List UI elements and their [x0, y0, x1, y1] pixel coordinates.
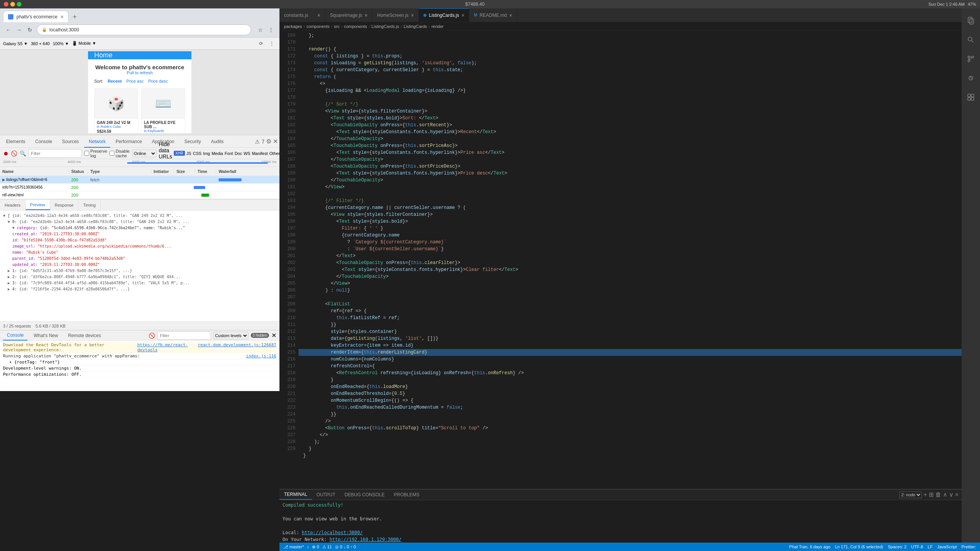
bc-src[interactable]: src: [334, 24, 340, 29]
tab-close-constants[interactable]: ×: [317, 12, 320, 18]
remote-indicator[interactable]: ◎ 0 ↓ 0 ↑ 0: [335, 544, 356, 549]
console-filter-input[interactable]: [157, 331, 211, 340]
css-filter[interactable]: CSS: [193, 151, 202, 156]
product-card-0[interactable]: 🎲 GAN 249 2x2 V2 M in Rubik's Cube S$24.…: [94, 88, 138, 133]
git-branch[interactable]: ⎇ master*: [283, 544, 304, 549]
disable-cache-checkbox[interactable]: Disable cache: [109, 149, 130, 158]
more-options-button[interactable]: ⋮: [267, 39, 276, 48]
sync-icon[interactable]: ↕: [307, 544, 309, 549]
network-filter-input[interactable]: [28, 149, 82, 158]
tab-close-readme[interactable]: ×: [509, 12, 512, 18]
browser-tab[interactable]: phattv's ecommerce ×: [3, 11, 69, 22]
terminal-split-icon[interactable]: ⊞: [929, 491, 934, 498]
terminal-network-url[interactable]: http://192.168.1.129:3000/: [330, 537, 402, 542]
throttle-select[interactable]: Online Fast 3G Slow 3G Offline: [132, 150, 157, 157]
address-bar[interactable]: 🔒 localhost:3000: [37, 24, 251, 35]
bc-listingcards-class[interactable]: ListingCards: [403, 24, 427, 29]
tab-close-icon[interactable]: ×: [60, 14, 64, 20]
terminal-local-url[interactable]: http://localhost:3000/: [302, 530, 363, 535]
dt-sources-tab[interactable]: Sources: [57, 135, 83, 148]
tab-close-squareimage[interactable]: ×: [364, 12, 368, 18]
network-row-0[interactable]: ▶ listings?offset=0&limit=6 200 fetch: [0, 176, 279, 184]
dt-network-tab[interactable]: Network: [84, 135, 110, 148]
whats-new-tab[interactable]: What's New: [30, 331, 62, 341]
explorer-icon[interactable]: [962, 11, 980, 30]
errors-count[interactable]: ⊗ 0: [312, 544, 319, 549]
clear-button[interactable]: 🚫: [11, 150, 17, 156]
sort-price-desc-button[interactable]: Price desc: [148, 79, 168, 83]
expand-array[interactable]: ▼: [3, 214, 5, 218]
refresh-button[interactable]: ↻: [25, 25, 34, 34]
prettier-indicator[interactable]: Prettier:: [961, 544, 976, 549]
console-clear-icon[interactable]: 🚫: [149, 333, 155, 339]
console-level-select[interactable]: Custom levels: [213, 332, 248, 339]
doc-filter[interactable]: Doc: [235, 151, 242, 156]
media-filter[interactable]: Media: [212, 151, 223, 156]
terminal-close-icon[interactable]: ×: [955, 491, 959, 498]
terminal-node-select[interactable]: 2: node 1: bash: [899, 491, 922, 498]
console-main-tab[interactable]: Console: [3, 331, 28, 341]
js-filter[interactable]: JS: [186, 151, 191, 156]
bc-listingcards-js[interactable]: ListingCards.js: [371, 24, 399, 29]
terminal-chevron-down-icon[interactable]: ∨: [949, 491, 954, 498]
expand-item-2[interactable]: ▶: [8, 275, 10, 279]
react-devtools-link[interactable]: https://fb.me/react-devtools: [137, 342, 195, 352]
terminal-trash-icon[interactable]: 🗑: [935, 491, 941, 498]
bc-components2[interactable]: components: [344, 24, 367, 29]
code-editor[interactable]: }; render() { const { listings } = this.…: [299, 31, 962, 489]
console-source-0[interactable]: react-dom.development.js:126687: [198, 342, 276, 352]
remote-devices-tab[interactable]: Remote devices: [64, 331, 105, 341]
preview-tab[interactable]: Preview: [26, 200, 50, 210]
bc-packages[interactable]: packages: [284, 24, 302, 29]
product-card-1[interactable]: ⌨️ LA PROFILE DYE SUB ... in Keyboards S…: [141, 88, 185, 133]
back-button[interactable]: ←: [4, 25, 13, 34]
xhr-filter[interactable]: XHR: [174, 151, 185, 156]
pull-to-refresh[interactable]: Pull to refresh: [94, 70, 185, 75]
expand-item-1[interactable]: ▶: [8, 269, 10, 273]
vscode-tab-constants[interactable]: constants.js ×: [279, 8, 325, 22]
filter-icon[interactable]: 🔍: [20, 150, 26, 156]
record-button[interactable]: ⏺: [3, 150, 8, 156]
console-source-1[interactable]: index.js:116: [246, 354, 276, 359]
dt-console-tab[interactable]: Console: [31, 135, 57, 148]
search-icon[interactable]: [962, 31, 980, 49]
spaces-indicator[interactable]: Spaces: 2: [888, 544, 906, 549]
expand-category[interactable]: ▼: [12, 226, 15, 230]
cursor-position[interactable]: Ln 171, Col 9 (6 selected): [835, 544, 883, 549]
source-control-icon[interactable]: [962, 50, 980, 68]
preserve-log-checkbox[interactable]: Preserve log: [84, 149, 107, 158]
sort-price-asc-button[interactable]: Price asc: [126, 79, 144, 83]
terminal-tab-terminal[interactable]: TERMINAL: [279, 489, 312, 500]
terminal-add-icon[interactable]: +: [923, 491, 927, 498]
bc-components[interactable]: components: [307, 24, 330, 29]
img-filter[interactable]: Img: [203, 151, 210, 156]
mobile-indicator[interactable]: 📱 Mobile ▼: [72, 41, 96, 46]
encoding-indicator[interactable]: UTF-8: [911, 544, 923, 549]
vscode-tab-homescreen[interactable]: HomeScreen.js ×: [372, 8, 419, 22]
sort-recent-button[interactable]: Recent: [108, 79, 122, 83]
font-filter[interactable]: Font: [225, 151, 233, 156]
new-tab-button[interactable]: +: [69, 11, 80, 22]
rotate-button[interactable]: ⟳: [256, 39, 266, 48]
menu-button[interactable]: ⋮: [266, 25, 276, 34]
maximize-button[interactable]: [17, 2, 21, 7]
zoom-selector[interactable]: 100% ▼: [53, 41, 69, 46]
ws-filter[interactable]: WS: [243, 151, 250, 156]
expand-item-4[interactable]: ▶: [8, 287, 10, 291]
response-tab[interactable]: Response: [50, 200, 79, 210]
forward-button[interactable]: →: [15, 25, 24, 34]
vscode-tab-listingcards[interactable]: ListingCards.js ×: [419, 8, 469, 22]
close-button[interactable]: [4, 2, 8, 7]
vscode-tab-squareimage[interactable]: SquareImage.js ×: [325, 8, 372, 22]
network-row-1[interactable]: info?h=1575139360456 200: [0, 184, 279, 191]
expand-item-3[interactable]: ▶: [8, 281, 10, 285]
other-filter[interactable]: Other: [270, 151, 280, 156]
terminal-chevron-up-icon[interactable]: ∧: [943, 491, 947, 498]
tab-close-listingcards[interactable]: ×: [461, 12, 464, 18]
dt-performance-tab[interactable]: Performance: [111, 135, 147, 148]
warnings-count[interactable]: ⚠ 11: [322, 544, 332, 549]
headers-tab[interactable]: Headers: [0, 200, 26, 210]
timing-tab[interactable]: Timing: [78, 200, 101, 210]
extensions-icon[interactable]: [962, 88, 980, 106]
tab-close-homescreen[interactable]: ×: [411, 12, 414, 18]
